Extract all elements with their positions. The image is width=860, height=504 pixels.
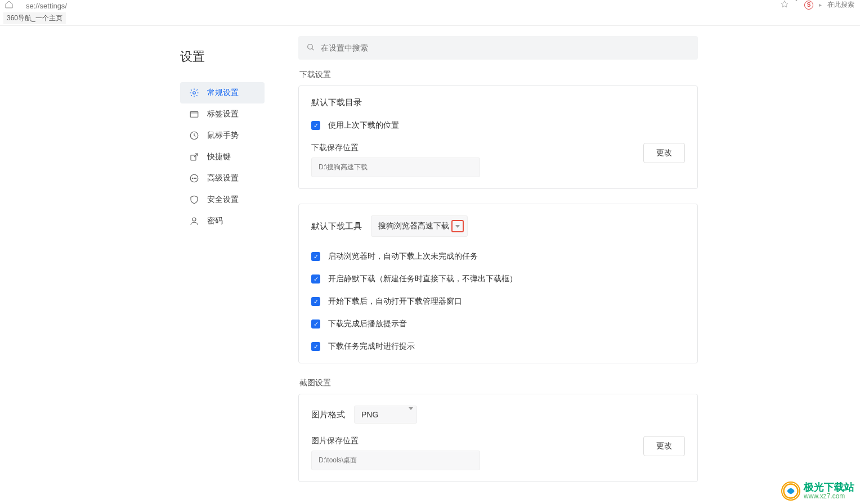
star-icon[interactable]	[781, 0, 789, 10]
download-tool-card: 默认下载工具 搜狗浏览器高速下载 ✓启动浏览器时，自动下载上次未完成的任务 ✓开…	[298, 204, 698, 363]
opt-open-manager: 开始下载后，自动打开下载管理器窗口	[328, 296, 462, 307]
browser-search-placeholder[interactable]: 在此搜索	[827, 0, 854, 10]
sidebar-item-shortcuts[interactable]: 快捷键	[180, 146, 265, 168]
arrow-out-icon	[189, 152, 199, 162]
screenshot-save-location-label: 图片保存位置	[311, 436, 632, 446]
checkbox-silent-download[interactable]: ✓	[311, 274, 320, 284]
section-title-download: 下载设置	[299, 70, 698, 80]
checkbox-notify-complete[interactable]: ✓	[311, 342, 320, 351]
default-download-tool-select[interactable]: 搜狗浏览器高速下载	[371, 215, 468, 237]
watermark-brand: 极光下载站	[804, 482, 854, 493]
download-dir-card: 默认下载目录 ✓ 使用上次下载的位置 下载保存位置 D:\搜狗高速下载 更改	[298, 86, 698, 189]
watermark-url: www.xz7.com	[804, 493, 854, 500]
default-download-tool-value: 搜狗浏览器高速下载	[378, 221, 449, 231]
sidebar-item-label: 高级设置	[207, 173, 239, 183]
svg-rect-1	[190, 112, 198, 118]
chevron-down-icon	[409, 410, 413, 419]
image-format-select[interactable]: PNG	[354, 406, 417, 424]
svg-point-0	[193, 92, 196, 94]
checkbox-use-last-location[interactable]: ✓	[311, 121, 320, 130]
shield-icon	[189, 195, 199, 205]
checkbox-auto-resume[interactable]: ✓	[311, 252, 320, 261]
checkbox-play-sound[interactable]: ✓	[311, 320, 320, 328]
search-icon	[306, 43, 315, 53]
svg-point-9	[308, 44, 313, 49]
sidebar-item-password[interactable]: 密码	[180, 210, 265, 232]
page-title: 设置	[180, 36, 265, 78]
download-save-location-label: 下载保存位置	[311, 143, 632, 153]
sidebar-item-label: 安全设置	[207, 195, 239, 205]
address-bar[interactable]: se://settings/	[26, 2, 67, 10]
svg-point-7	[195, 178, 196, 178]
sidebar-item-security[interactable]: 安全设置	[180, 189, 265, 210]
sidebar-item-label: 密码	[207, 216, 223, 226]
more-horizontal-icon	[189, 173, 199, 183]
sidebar-item-tabs[interactable]: 标签设置	[180, 104, 265, 125]
default-download-dir-heading: 默认下载目录	[311, 97, 685, 108]
change-screenshot-location-button[interactable]: 更改	[643, 436, 685, 456]
image-format-value: PNG	[361, 410, 392, 419]
section-title-screenshot: 截图设置	[299, 378, 698, 388]
svg-point-8	[192, 218, 196, 221]
checkbox-open-manager[interactable]: ✓	[311, 297, 320, 306]
settings-search[interactable]	[298, 36, 698, 60]
sidebar-item-label: 鼠标手势	[207, 130, 239, 141]
watermark: 极光下载站 www.xz7.com	[781, 482, 854, 501]
settings-search-input[interactable]	[321, 43, 690, 52]
image-format-label: 图片格式	[311, 410, 345, 420]
sidebar-item-label: 标签设置	[207, 109, 239, 119]
watermark-logo-icon	[781, 482, 800, 501]
sogou-icon[interactable]: S	[804, 1, 813, 10]
chevron-down-icon[interactable]	[794, 1, 799, 9]
svg-point-5	[192, 178, 192, 178]
tabs-icon	[189, 109, 199, 119]
bookmark-item[interactable]: 360导航_一个主页	[3, 12, 66, 24]
settings-sidebar: 常规设置 标签设置 鼠标手势 快捷键	[180, 82, 265, 232]
sidebar-item-mouse-gesture[interactable]: 鼠标手势	[180, 125, 265, 146]
sidebar-item-label: 快捷键	[207, 152, 231, 162]
screenshot-card: 图片格式 PNG 图片保存位置 D:\tools\桌面 更改	[298, 394, 698, 482]
home-icon[interactable]	[5, 0, 14, 11]
svg-point-6	[194, 178, 194, 178]
opt-silent-download: 开启静默下载（新建任务时直接下载，不弹出下载框）	[328, 274, 517, 284]
clock-icon	[189, 130, 199, 141]
change-download-location-button[interactable]: 更改	[643, 143, 685, 163]
chevron-down-icon[interactable]	[451, 220, 464, 232]
opt-auto-resume: 启动浏览器时，自动下载上次未完成的任务	[328, 251, 478, 262]
opt-notify-complete: 下载任务完成时进行提示	[328, 341, 415, 352]
bookmarks-bar: 360导航_一个主页	[0, 11, 860, 26]
user-icon	[189, 216, 199, 226]
use-last-location-label: 使用上次下载的位置	[328, 120, 399, 130]
screenshot-save-location-path: D:\tools\桌面	[311, 451, 480, 470]
browser-toolbar: se://settings/ S ▸ 在此搜索	[0, 0, 860, 11]
opt-play-sound: 下载完成后播放提示音	[328, 319, 407, 329]
default-download-tool-label: 默认下载工具	[311, 221, 362, 232]
sidebar-item-advanced[interactable]: 高级设置	[180, 168, 265, 189]
sidebar-item-label: 常规设置	[207, 88, 239, 98]
gear-icon	[189, 88, 199, 98]
download-save-location-path: D:\搜狗高速下载	[311, 158, 480, 177]
sidebar-item-general[interactable]: 常规设置	[180, 82, 265, 104]
